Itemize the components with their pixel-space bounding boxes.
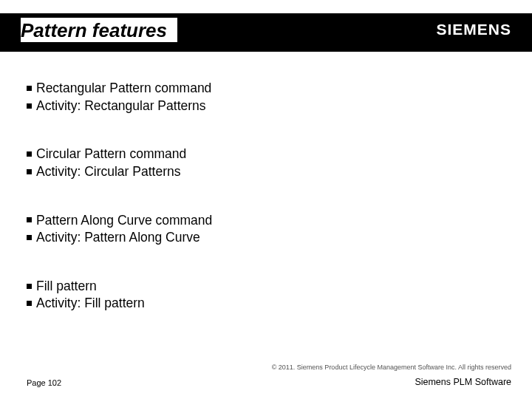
- content-area: Rectangular Pattern command Activity: Re…: [27, 80, 212, 344]
- bullet-item: Pattern Along Curve command: [27, 212, 212, 230]
- slide: Pattern features SIEMENS Rectangular Pat…: [0, 0, 532, 399]
- bullet-item: Activity: Circular Patterns: [27, 163, 212, 181]
- bullet-item: Activity: Pattern Along Curve: [27, 229, 212, 247]
- bullet-item: Fill pattern: [27, 278, 212, 296]
- bullet-item: Activity: Fill pattern: [27, 295, 212, 313]
- square-bullet-icon: [27, 235, 32, 240]
- square-bullet-icon: [27, 301, 32, 306]
- bullet-group: Pattern Along Curve command Activity: Pa…: [27, 212, 212, 247]
- bullet-group: Rectangular Pattern command Activity: Re…: [27, 80, 212, 115]
- bullet-text: Activity: Circular Patterns: [36, 164, 180, 179]
- bullet-text: Rectangular Pattern command: [36, 81, 211, 95]
- bullet-text: Pattern Along Curve command: [36, 213, 212, 228]
- square-bullet-icon: [27, 217, 32, 222]
- square-bullet-icon: [27, 151, 32, 157]
- square-bullet-icon: [27, 103, 32, 109]
- square-bullet-icon: [27, 86, 32, 91]
- bullet-text: Activity: Fill pattern: [36, 296, 145, 310]
- bullet-text: Circular Pattern command: [36, 146, 186, 161]
- bullet-group: Fill pattern Activity: Fill pattern: [27, 278, 212, 313]
- siemens-logo: SIEMENS: [436, 21, 511, 38]
- square-bullet-icon: [27, 169, 32, 174]
- bullet-text: Activity: Pattern Along Curve: [36, 230, 200, 245]
- copyright-text: © 2011. Siemens Product Lifecycle Manage…: [272, 364, 511, 371]
- bullet-item: Circular Pattern command: [27, 146, 212, 163]
- bullet-item: Activity: Rectangular Patterns: [27, 98, 212, 115]
- bullet-group: Circular Pattern command Activity: Circu…: [27, 146, 212, 180]
- bullet-text: Fill pattern: [36, 279, 97, 293]
- page-title: Pattern features: [21, 18, 177, 42]
- brand-text: Siemens PLM Software: [415, 377, 511, 387]
- page-number: Page 102: [27, 378, 61, 387]
- square-bullet-icon: [27, 284, 32, 289]
- bullet-text: Activity: Rectangular Patterns: [36, 98, 206, 113]
- bullet-item: Rectangular Pattern command: [27, 80, 212, 98]
